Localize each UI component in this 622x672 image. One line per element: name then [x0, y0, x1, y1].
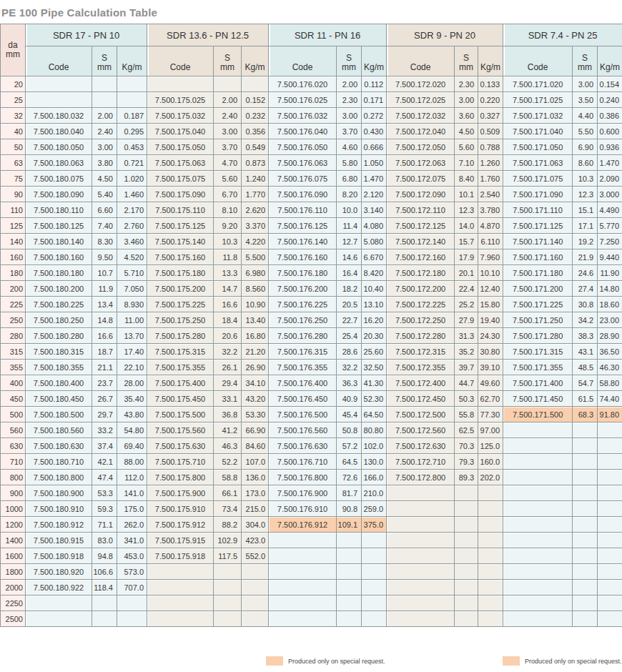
kg-m-cell: 17.40	[117, 344, 147, 360]
kg-m-header: Kg/m	[362, 46, 387, 76]
s-mm-cell	[455, 501, 478, 517]
code-cell: 7.500.172.225	[387, 297, 455, 312]
code-cell: 7.500.171.180	[503, 265, 573, 281]
kg-m-cell: 0.220	[478, 92, 503, 108]
s-mm-cell: 89.3	[455, 470, 478, 485]
s-mm-cell: 15.1	[573, 202, 598, 218]
code-cell: 7.500.175.180	[147, 265, 214, 281]
s-mm-header: Smm	[92, 46, 117, 76]
code-cell: 7.500.180.910	[26, 501, 92, 517]
s-mm-cell: 3.70	[214, 139, 242, 155]
s-mm-cell: 12.3	[455, 202, 478, 218]
s-mm-cell: 17.1	[573, 218, 598, 234]
code-cell: 7.500.175.630	[147, 438, 214, 454]
s-mm-cell: 5.60	[214, 171, 242, 187]
kg-m-cell: 1.020	[117, 171, 147, 187]
code-cell: 7.500.175.250	[147, 312, 214, 328]
code-cell: 7.500.176.912	[269, 517, 337, 533]
s-mm-cell: 43.1	[573, 344, 598, 360]
code-cell	[147, 611, 214, 627]
kg-m-cell: 573.0	[117, 564, 147, 580]
s-mm-cell: 5.80	[337, 155, 362, 171]
da-cell: 280	[1, 328, 26, 344]
kg-m-cell	[478, 548, 503, 564]
code-cell: 7.500.171.450	[503, 391, 573, 407]
kg-m-cell: 24.30	[478, 328, 503, 344]
table-row: 327.500.180.0322.000.1877.500.175.0322.4…	[1, 108, 622, 124]
kg-m-cell: 30.80	[478, 344, 503, 360]
code-cell: 7.500.171.200	[503, 281, 573, 297]
code-cell: 7.500.176.400	[269, 375, 337, 391]
kg-m-cell: 2.620	[242, 202, 269, 218]
kg-m-cell: 1.460	[117, 187, 147, 202]
s-mm-cell	[92, 92, 117, 108]
kg-m-cell: 58.80	[598, 375, 622, 391]
s-mm-cell: 9.50	[92, 249, 117, 265]
s-mm-cell: 32.2	[337, 360, 362, 375]
kg-m-cell: 77.30	[478, 407, 503, 423]
code-cell: 7.500.171.040	[503, 124, 573, 139]
s-mm-cell	[455, 533, 478, 548]
da-cell: 140	[1, 234, 26, 249]
kg-m-cell: 0.430	[362, 124, 387, 139]
code-cell: 7.500.180.922	[26, 580, 92, 596]
s-mm-cell: 2.00	[337, 76, 362, 92]
kg-m-cell: 9.440	[598, 249, 622, 265]
s-mm-cell: 3.70	[337, 124, 362, 139]
da-cell: 450	[1, 391, 26, 407]
kg-m-cell: 25.60	[362, 344, 387, 360]
code-cell: 7.500.180.032	[26, 108, 92, 124]
s-mm-cell: 64.5	[337, 454, 362, 470]
code-cell	[269, 580, 337, 596]
kg-m-cell: 5.080	[362, 234, 387, 249]
s-mm-cell: 73.4	[214, 501, 242, 517]
kg-m-cell: 3.140	[362, 202, 387, 218]
kg-m-cell: 0.327	[478, 108, 503, 124]
kg-m-cell	[117, 596, 147, 611]
da-cell: 32	[1, 108, 26, 124]
kg-m-cell: 0.272	[362, 108, 387, 124]
code-cell: 7.500.175.280	[147, 328, 214, 344]
code-cell: 7.500.172.140	[387, 234, 455, 249]
kg-m-cell	[242, 76, 269, 92]
code-cell: 7.500.172.800	[387, 470, 455, 485]
s-mm-header: Smm	[337, 46, 362, 76]
table-row: 757.500.180.0754.501.0207.500.175.0755.6…	[1, 171, 622, 187]
s-mm-cell: 6.60	[92, 202, 117, 218]
da-cell: 1800	[1, 564, 26, 580]
kg-m-cell: 13.10	[362, 297, 387, 312]
s-mm-cell: 81.7	[337, 485, 362, 501]
s-mm-cell	[214, 564, 242, 580]
kg-m-cell: 0.356	[242, 124, 269, 139]
s-mm-cell: 10.1	[455, 187, 478, 202]
kg-m-cell	[598, 470, 622, 485]
kg-m-cell: 62.70	[478, 391, 503, 407]
kg-m-cell: 304.0	[242, 517, 269, 533]
kg-m-cell: 80.80	[362, 423, 387, 438]
kg-m-cell: 36.50	[598, 344, 622, 360]
s-mm-cell	[573, 611, 598, 627]
s-mm-cell: 54.7	[573, 375, 598, 391]
s-mm-cell: 72.6	[337, 470, 362, 485]
s-mm-cell: 13.3	[214, 265, 242, 281]
s-mm-cell	[455, 517, 478, 533]
table-row: 6307.500.180.63037.469.407.500.175.63046…	[1, 438, 622, 454]
s-mm-cell: 2.30	[455, 76, 478, 92]
code-cell: 7.500.172.125	[387, 218, 455, 234]
kg-m-cell: 3.460	[117, 234, 147, 249]
kg-m-cell	[362, 533, 387, 548]
code-cell	[26, 596, 92, 611]
kg-m-cell: 39.10	[478, 360, 503, 375]
code-cell: 7.500.172.200	[387, 281, 455, 297]
kg-m-cell: 69.40	[117, 438, 147, 454]
code-cell: 7.500.172.355	[387, 360, 455, 375]
s-mm-cell: 3.50	[573, 92, 598, 108]
s-mm-cell: 19.2	[573, 234, 598, 249]
code-cell: 7.500.180.125	[26, 218, 92, 234]
kg-m-cell: 7.960	[478, 249, 503, 265]
kg-m-cell	[478, 611, 503, 627]
da-cell: 40	[1, 124, 26, 139]
s-mm-cell	[573, 423, 598, 438]
code-cell: 7.500.176.140	[269, 234, 337, 249]
s-mm-cell: 57.2	[337, 438, 362, 454]
